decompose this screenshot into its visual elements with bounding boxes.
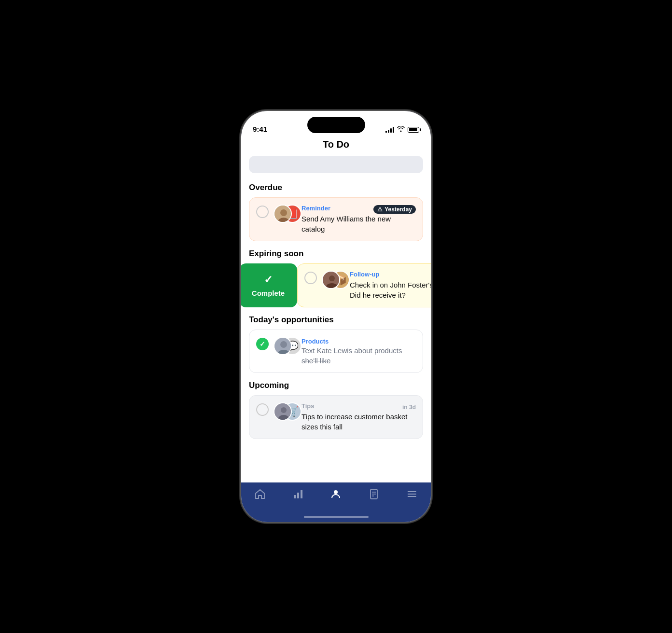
nav-item-analytics[interactable] — [279, 488, 317, 503]
nav-item-contacts[interactable] — [317, 488, 355, 503]
phone-device: 9:41 To Do — [241, 111, 431, 522]
svg-point-7 — [280, 341, 287, 348]
documents-icon — [368, 488, 380, 503]
search-bar[interactable] — [249, 156, 423, 173]
menu-icon — [406, 488, 418, 503]
today-section: Today's opportunities ✓ 💬 — [249, 315, 423, 373]
upcoming-header: Upcoming — [249, 381, 423, 390]
overdue-task-type: Reminder — [302, 205, 330, 212]
upcoming-avatars: 🛒 — [274, 402, 297, 421]
today-avatars: 💬 — [274, 337, 297, 355]
overdue-task-content: Reminder ⚠ Yesterday Send Amy Williams t… — [302, 205, 416, 234]
home-icon — [254, 488, 266, 503]
complete-checkmark: ✓ — [264, 274, 273, 286]
overdue-header: Overdue — [249, 183, 423, 193]
upcoming-task-card[interactable]: 🛒 Tips in 3d Tips to increase customer b… — [249, 395, 423, 439]
expiring-avatars: 📦 — [322, 271, 345, 289]
svg-point-10 — [281, 407, 287, 413]
signal-icon — [385, 127, 394, 133]
wifi-icon — [397, 126, 405, 133]
overdue-section: Overdue 📕 — [249, 183, 423, 241]
swipe-container: ✓ Complete — [249, 263, 423, 307]
complete-action[interactable]: ✓ Complete — [241, 263, 297, 307]
expiring-task-content: Follow-up ⏱ 2d left Check in on John Fos… — [350, 271, 431, 300]
checkmark-icon: ✓ — [260, 340, 265, 348]
nav-item-home[interactable] — [241, 488, 279, 503]
svg-rect-12 — [294, 495, 296, 498]
expiring-task-radio[interactable] — [304, 272, 317, 284]
svg-point-1 — [280, 209, 287, 216]
today-header: Today's opportunities — [249, 315, 423, 325]
today-task-content: Products Text Kate Lewis about products … — [302, 337, 416, 366]
upcoming-task-text: Tips to increase customer basket sizes t… — [302, 412, 416, 432]
today-task-card[interactable]: ✓ 💬 Products — [249, 330, 423, 373]
home-indicator — [304, 516, 369, 518]
avatar-john-foster — [322, 271, 340, 289]
svg-point-15 — [334, 490, 338, 494]
phone-screen: 9:41 To Do — [241, 111, 431, 522]
expiring-task-text: Check in on John Foster's delivery. Did … — [350, 280, 431, 300]
expiring-task-card[interactable]: 📦 Follow-up ⏱ 2d left Check in on John F… — [297, 263, 431, 307]
upcoming-task-content: Tips in 3d Tips to increase customer bas… — [302, 402, 416, 432]
content-area[interactable]: Overdue 📕 — [241, 181, 431, 482]
upcoming-section: Upcoming 🛒 — [249, 381, 423, 439]
nav-items — [241, 488, 431, 503]
upcoming-task-badge: in 3d — [402, 404, 416, 411]
contacts-icon — [330, 488, 342, 503]
search-bar-container — [241, 156, 431, 181]
overdue-task-text: Send Amy Williams the new catalog — [302, 214, 416, 234]
svg-rect-13 — [297, 493, 299, 498]
nav-item-documents[interactable] — [355, 488, 393, 503]
nav-item-menu[interactable] — [393, 488, 431, 503]
overdue-task-radio[interactable] — [256, 206, 269, 218]
today-task-radio[interactable]: ✓ — [256, 338, 269, 350]
overdue-avatars: 📕 — [274, 205, 297, 223]
overdue-task-badge: ⚠ Yesterday — [373, 205, 416, 214]
dynamic-island — [307, 117, 365, 133]
avatar-kate-lewis — [274, 337, 292, 355]
upcoming-task-type: Tips — [302, 402, 315, 410]
expiring-section: Expiring soon ✓ Complete — [249, 249, 423, 307]
bottom-nav — [241, 482, 431, 522]
today-task-text: Text Kate Lewis about products she'll li… — [302, 345, 416, 366]
today-task-type: Products — [302, 338, 329, 345]
page-title: To Do — [241, 137, 431, 156]
avatar-upcoming-person — [274, 402, 292, 421]
complete-label: Complete — [252, 289, 285, 297]
warning-icon: ⚠ — [377, 206, 383, 213]
expiring-task-type: Follow-up — [350, 271, 379, 278]
status-icons — [385, 126, 419, 133]
upcoming-task-radio[interactable] — [256, 403, 269, 416]
avatar-amy-williams — [274, 205, 292, 223]
analytics-icon — [292, 488, 304, 503]
overdue-task-card[interactable]: 📕 Reminder ⚠ Yesterday Send Amy Williams… — [249, 197, 423, 241]
svg-point-4 — [329, 275, 335, 281]
svg-rect-14 — [301, 490, 302, 498]
status-time: 9:41 — [253, 125, 267, 133]
battery-icon — [408, 127, 419, 133]
expiring-header: Expiring soon — [249, 249, 423, 259]
